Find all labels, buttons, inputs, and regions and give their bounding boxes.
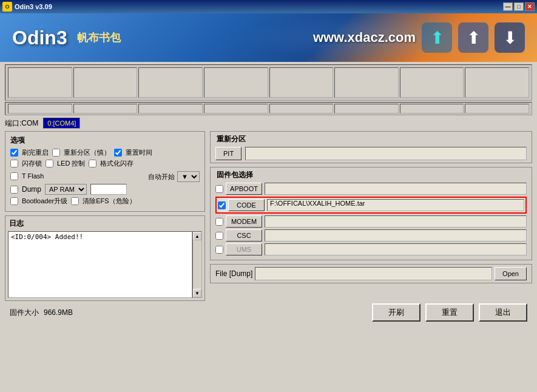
- firmware-size-display: 固件大小 966.9MB: [10, 308, 73, 318]
- log-wrapper: <ID:0/004> Added!! ▲ ▼: [8, 231, 202, 298]
- ums-button[interactable]: UMS: [226, 243, 262, 255]
- code-button[interactable]: CODE: [228, 199, 265, 211]
- csc-button[interactable]: CSC: [226, 229, 262, 242]
- modem-checkbox[interactable]: [215, 218, 223, 226]
- pit-row: PIT: [215, 147, 527, 160]
- tflash-label: T Flash: [22, 172, 44, 180]
- firmware-size-value: 966.9MB: [44, 308, 73, 317]
- file-dump-title: File [Dump]: [215, 269, 252, 278]
- scroll-down-arrow[interactable]: ▼: [193, 289, 201, 297]
- csc-checkbox[interactable]: [215, 232, 223, 240]
- progress-bottom-col-5: [269, 104, 334, 113]
- firmware-size-label: 固件大小: [10, 308, 39, 318]
- right-panel: 重新分区 PIT 固件包选择 APBOOT CODE: [210, 131, 532, 301]
- auto-start-dropdown[interactable]: ▼: [177, 171, 200, 182]
- progress-bottom-col-3: [138, 104, 203, 113]
- pit-input[interactable]: [245, 147, 527, 160]
- clear-efs-label: 清除EFS（危险）: [83, 197, 135, 206]
- progress-col-4: [204, 67, 268, 98]
- app-icon: O: [2, 2, 12, 12]
- download-icon: ⬇: [495, 22, 525, 53]
- options-title: 选项: [10, 135, 200, 146]
- lock-led-row: 闪存锁 LED 控制 格式化闪存: [10, 159, 200, 168]
- website-url: www.xdacz.com: [313, 30, 416, 46]
- repartition-label: 重新分区（慎）: [64, 148, 110, 157]
- flash-button[interactable]: 开刷: [372, 303, 420, 322]
- tflash-checkbox[interactable]: [10, 172, 18, 180]
- reboot-checkbox[interactable]: [10, 149, 18, 157]
- format-flash-checkbox[interactable]: [89, 160, 96, 167]
- apboot-input[interactable]: [265, 183, 527, 195]
- progress-col-3: [138, 67, 203, 98]
- progress-bottom-col-2: [73, 104, 138, 113]
- title-text: Odin3 v3.09: [15, 3, 52, 10]
- minimize-button[interactable]: —: [503, 2, 513, 11]
- ap-ram-dropdown[interactable]: AP RAM: [45, 184, 87, 195]
- open-button[interactable]: Open: [495, 267, 527, 280]
- two-column-layout: 选项 刷完重启 重新分区（慎） 重置时间 闪存锁 LED 控制 格式化闪存: [5, 131, 532, 301]
- log-content: <ID:0/004> Added!!: [8, 231, 192, 298]
- reboot-label: 刷完重启: [22, 148, 49, 157]
- code-input[interactable]: F:\OFFICAL\XXALIH_HOME.tar: [267, 199, 524, 211]
- upload-icon1: ⬆: [422, 22, 452, 53]
- bottom-row: 固件大小 966.9MB 开刷 重置 退出: [5, 301, 532, 324]
- led-control-checkbox[interactable]: [46, 160, 53, 167]
- reboot-row: 刷完重启 重新分区（慎） 重置时间: [10, 148, 200, 157]
- main-content: 端口:COM 0:[COM4] 选项 刷完重启 重新分区（慎） 重置时间 闪存: [0, 62, 537, 326]
- exit-button[interactable]: 退出: [479, 303, 527, 322]
- progress-bottom-col-6: [334, 104, 399, 113]
- progress-col-2: [73, 67, 138, 98]
- bootloader-checkbox[interactable]: [10, 197, 18, 205]
- pit-button[interactable]: PIT: [215, 147, 241, 160]
- firmware-section: 固件包选择 APBOOT CODE F:\OFFICAL\XXALIH_HOME…: [210, 167, 532, 260]
- tflash-row: T Flash 自动开始 ▼: [10, 170, 200, 182]
- progress-bottom-col-4: [204, 104, 268, 113]
- dump-input[interactable]: [90, 184, 127, 195]
- log-scrollbar[interactable]: ▲ ▼: [192, 231, 202, 298]
- apboot-button[interactable]: APBOOT: [226, 183, 262, 195]
- upload-icon2: ⬆: [458, 22, 488, 53]
- log-section: 日志 <ID:0/004> Added!! ▲ ▼: [5, 215, 205, 301]
- close-button[interactable]: ✕: [525, 2, 535, 11]
- action-buttons: 开刷 重置 退出: [372, 303, 527, 322]
- repartition-title: 重新分区: [215, 134, 527, 144]
- com-port-row: 端口:COM 0:[COM4]: [5, 118, 532, 129]
- modem-button[interactable]: MODEM: [226, 215, 262, 228]
- code-checkbox[interactable]: [218, 201, 226, 209]
- progress-col-1: [8, 67, 72, 98]
- app-logo: Odin3: [12, 27, 67, 49]
- dump-row: Dump AP RAM: [10, 184, 200, 195]
- ums-input[interactable]: [265, 243, 527, 255]
- progress-bottom-col-1: [8, 104, 72, 113]
- title-bar: O Odin3 v3.09 — □ ✕: [0, 0, 537, 13]
- repartition-checkbox[interactable]: [52, 149, 60, 157]
- progress-area-top: [5, 64, 532, 101]
- progress-col-8: [465, 67, 529, 98]
- repartition-section: 重新分区 PIT: [210, 131, 532, 163]
- progress-area-bottom: [5, 102, 532, 115]
- clear-efs-checkbox[interactable]: [71, 197, 79, 205]
- progress-bottom-col-8: [465, 104, 529, 113]
- header-icons: ⬆ ⬆ ⬇: [422, 22, 525, 53]
- log-title: 日志: [8, 218, 202, 229]
- com-port-label: 端口:COM: [5, 118, 38, 129]
- ums-checkbox[interactable]: [215, 246, 223, 254]
- maximize-button[interactable]: □: [514, 2, 524, 11]
- format-flash-label: 格式化闪存: [100, 159, 133, 168]
- reset-time-checkbox[interactable]: [114, 149, 122, 157]
- dump-checkbox[interactable]: [10, 186, 18, 194]
- bootloader-label: Bootloader升级: [22, 197, 67, 206]
- reset-button[interactable]: 重置: [425, 303, 474, 322]
- modem-input[interactable]: [265, 215, 527, 228]
- flash-lock-checkbox[interactable]: [10, 160, 18, 167]
- csc-input[interactable]: [265, 229, 527, 242]
- progress-col-6: [334, 67, 399, 98]
- scroll-up-arrow[interactable]: ▲: [193, 232, 201, 240]
- progress-bottom-col-7: [400, 104, 464, 113]
- reset-time-label: 重置时间: [126, 148, 152, 157]
- dump-label: Dump: [22, 185, 41, 194]
- left-panel: 选项 刷完重启 重新分区（慎） 重置时间 闪存锁 LED 控制 格式化闪存: [5, 131, 205, 301]
- apboot-checkbox[interactable]: [215, 185, 223, 193]
- flash-lock-label: 闪存锁: [22, 159, 42, 168]
- file-dump-input[interactable]: [255, 267, 492, 280]
